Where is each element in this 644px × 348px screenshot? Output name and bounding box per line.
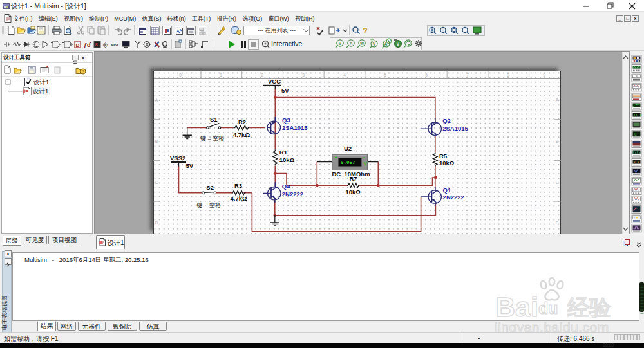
svg-text:*: *	[46, 65, 48, 69]
svg-text:8.8: 8.8	[634, 161, 639, 165]
svg-text:Q4: Q4	[282, 183, 290, 190]
svg-text:Q2: Q2	[442, 117, 451, 124]
svg-text:10kΩ: 10kΩ	[346, 188, 361, 196]
svg-text:V: V	[364, 161, 368, 167]
svg-text:U2: U2	[344, 145, 352, 152]
svg-text:S2: S2	[206, 184, 214, 191]
svg-text:C: C	[634, 133, 637, 137]
svg-text:R1: R1	[279, 149, 288, 156]
svg-text:VCC: VCC	[268, 78, 281, 85]
svg-text:R2: R2	[238, 118, 246, 125]
svg-text:2N2222: 2N2222	[282, 190, 303, 197]
svg-text:+: +	[335, 155, 337, 160]
svg-text:5V: 5V	[281, 87, 289, 94]
svg-text:2SA1015: 2SA1015	[282, 124, 308, 131]
svg-text:2N2222: 2N2222	[443, 194, 464, 201]
svg-text:Q1: Q1	[443, 187, 451, 194]
svg-text:R5: R5	[439, 152, 448, 160]
svg-text:Q3: Q3	[282, 116, 290, 124]
svg-text:DC 10MOhm: DC 10MOhm	[332, 170, 370, 178]
svg-text:2SA1015: 2SA1015	[442, 125, 468, 132]
svg-text:0.057: 0.057	[341, 160, 355, 165]
svg-text:键 = 空格: 键 = 空格	[196, 202, 221, 208]
svg-text:S1: S1	[210, 116, 218, 123]
svg-text:10kΩ: 10kΩ	[279, 156, 295, 163]
svg-text:键 = 空格: 键 = 空格	[200, 135, 224, 142]
svg-text:4.7kΩ: 4.7kΩ	[233, 131, 250, 138]
svg-text:5V: 5V	[186, 162, 194, 169]
svg-text:4.7kΩ: 4.7kΩ	[231, 195, 247, 202]
svg-text:10kΩ: 10kΩ	[439, 160, 455, 167]
svg-text:R3: R3	[234, 182, 242, 189]
svg-text:11.8: 11.8	[634, 113, 642, 118]
svg-text:VSS2: VSS2	[170, 154, 185, 161]
